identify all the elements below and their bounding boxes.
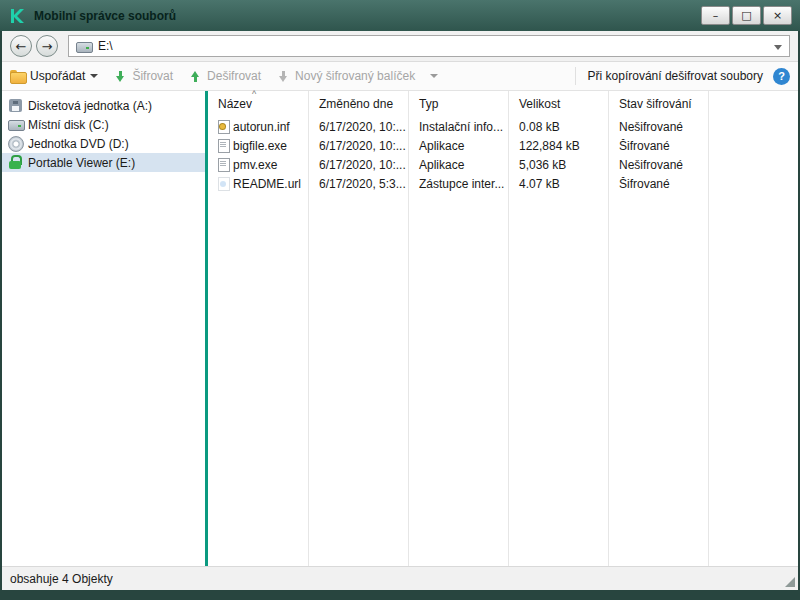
inf-file-icon (217, 119, 230, 134)
navigation-bar: ← → E:\ (2, 31, 798, 62)
decrypt-label: Dešifrovat (207, 69, 261, 83)
sort-indicator-icon: ^ (252, 89, 256, 99)
url-file-icon (217, 176, 230, 191)
app-window: Mobilní správce souborů – □ × ← → E:\ Us… (0, 0, 800, 600)
column-gridline (608, 91, 609, 566)
file-type: Aplikace (409, 158, 509, 172)
file-icon (217, 157, 230, 172)
file-icon (217, 138, 230, 153)
encrypt-button[interactable]: Šifrovat (114, 69, 173, 83)
column-header[interactable]: Stav šifrování (609, 97, 709, 111)
file-size: 5,036 kB (509, 158, 609, 172)
decrypt-on-copy-label: Při kopírování dešifrovat soubory (588, 69, 763, 83)
encrypt-label: Šifrovat (132, 69, 173, 83)
column-header[interactable]: Název (208, 97, 309, 111)
titlebar[interactable]: Mobilní správce souborů – □ × (0, 0, 800, 31)
window-controls: – □ × (701, 6, 792, 25)
file-size: 122,884 kB (509, 139, 609, 153)
organize-button[interactable]: Uspořádat (10, 69, 98, 83)
resize-grip-icon[interactable] (785, 577, 795, 587)
column-header-label: Velikost (519, 97, 560, 111)
file-modified: 6/17/2020, 5:3... (309, 177, 409, 191)
chevron-down-icon (430, 74, 438, 78)
lock-icon (8, 155, 23, 170)
new-encrypted-package-label: Nový šifrovaný balíček (295, 69, 415, 83)
column-gridline (308, 91, 309, 566)
file-name: bigfile.exe (233, 139, 287, 153)
file-size: 0.08 kB (509, 120, 609, 134)
column-header-label: Stav šifrování (619, 97, 692, 111)
file-modified: 6/17/2020, 10:... (309, 158, 409, 172)
file-type: Zástupce inter... (409, 177, 509, 191)
maximize-button[interactable]: □ (732, 6, 761, 25)
sidebar-item-label: Portable Viewer (E:) (28, 156, 135, 170)
file-encryption-status: Šifrované (609, 177, 709, 191)
window-title: Mobilní správce souborů (34, 9, 176, 23)
file-name: pmv.exe (233, 158, 277, 172)
status-text: obsahuje 4 Objekty (10, 572, 113, 586)
new-encrypted-package-button[interactable]: Nový šifrovaný balíček (277, 69, 438, 83)
file-encryption-status: Šifrované (609, 139, 709, 153)
file-encryption-status: Nešifrované (609, 158, 709, 172)
file-type: Instalační info... (409, 120, 509, 134)
file-name: README.url (233, 177, 301, 191)
disk-icon (8, 117, 23, 132)
file-type: Aplikace (409, 139, 509, 153)
chevron-down-icon (90, 74, 98, 78)
file-row[interactable]: bigfile.exe 6/17/2020, 10:... Aplikace 1… (208, 136, 798, 155)
file-row[interactable]: autorun.inf 6/17/2020, 10:... Instalační… (208, 117, 798, 136)
sidebar-item[interactable]: Jednotka DVD (D:) (2, 134, 205, 153)
back-button[interactable]: ← (10, 35, 32, 57)
column-gridline (408, 91, 409, 566)
column-gridline (708, 91, 709, 566)
file-encryption-status: Nešifrované (609, 120, 709, 134)
floppy-icon (8, 98, 23, 113)
sidebar-item-label: Jednotka DVD (D:) (28, 137, 129, 151)
sidebar-item[interactable]: Disketová jednotka (A:) (2, 96, 205, 115)
file-modified: 6/17/2020, 10:... (309, 120, 409, 134)
status-bar: obsahuje 4 Objekty (2, 566, 798, 590)
sidebar-item[interactable]: Místní disk (C:) (2, 115, 205, 134)
dvd-icon (8, 136, 23, 151)
toolbar: Uspořádat Šifrovat Dešifrovat Nový šifro… (2, 62, 798, 91)
file-row[interactable]: README.url 6/17/2020, 5:3... Zástupce in… (208, 174, 798, 193)
organize-label: Uspořádat (30, 69, 85, 83)
package-arrow-icon (277, 70, 290, 83)
file-modified: 6/17/2020, 10:... (309, 139, 409, 153)
file-name: autorun.inf (233, 120, 290, 134)
file-row[interactable]: pmv.exe 6/17/2020, 10:... Aplikace 5,036… (208, 155, 798, 174)
file-size: 4.07 kB (509, 177, 609, 191)
column-gridline (508, 91, 509, 566)
sidebar-item-label: Místní disk (C:) (28, 118, 109, 132)
encrypt-arrow-icon (114, 70, 127, 83)
sidebar-item-label: Disketová jednotka (A:) (28, 99, 152, 113)
column-headers: ^ Název Změněno dne Typ Velikost (208, 91, 798, 117)
column-header[interactable]: Změněno dne (309, 97, 409, 111)
sidebar: Disketová jednotka (A:) Místní disk (C:)… (2, 91, 205, 566)
decrypt-arrow-icon (189, 70, 202, 83)
column-header[interactable]: Velikost (509, 97, 609, 111)
minimize-button[interactable]: – (701, 6, 730, 25)
window-border-bottom (0, 590, 800, 600)
address-text: E:\ (98, 39, 113, 53)
main-content: Disketová jednotka (A:) Místní disk (C:)… (2, 91, 798, 566)
column-header-label: Název (218, 97, 252, 111)
forward-button[interactable]: → (36, 35, 58, 57)
toolbar-divider (575, 67, 576, 85)
column-header-label: Typ (419, 97, 438, 111)
close-button[interactable]: × (763, 6, 792, 25)
address-dropdown[interactable] (774, 39, 782, 53)
drive-list: Disketová jednotka (A:) Místní disk (C:)… (2, 96, 205, 172)
folder-icon (10, 70, 25, 83)
address-bar[interactable]: E:\ (68, 35, 790, 57)
sidebar-item[interactable]: Portable Viewer (E:) (2, 153, 205, 172)
kaspersky-logo-icon (8, 7, 26, 25)
column-header-label: Změněno dne (319, 97, 393, 111)
help-icon[interactable]: ? (773, 68, 790, 85)
column-header[interactable]: Typ (409, 97, 509, 111)
decrypt-button[interactable]: Dešifrovat (189, 69, 261, 83)
chevron-down-icon (774, 45, 782, 50)
file-list: ^ Název Změněno dne Typ Velikost (208, 91, 798, 566)
drive-icon (76, 39, 91, 54)
